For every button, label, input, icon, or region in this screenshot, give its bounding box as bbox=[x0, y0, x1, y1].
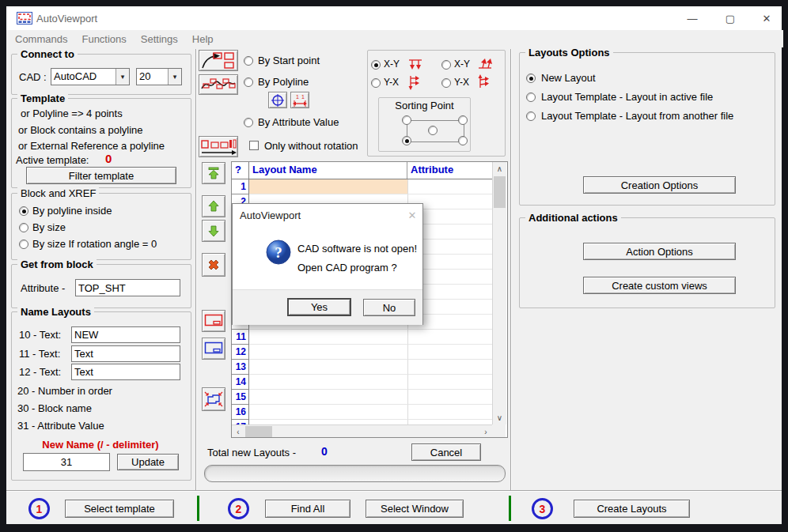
sort-xy-down-icon bbox=[407, 57, 424, 74]
radio-sorting-point-top-left[interactable] bbox=[402, 115, 411, 125]
cad-select[interactable]: AutoCAD ▾ bbox=[51, 68, 130, 85]
table-row[interactable]: 13 bbox=[232, 360, 492, 375]
table-row[interactable]: 11 bbox=[232, 330, 492, 345]
vertical-scroll-thumb[interactable] bbox=[494, 176, 506, 208]
attribute-label: Attribute - bbox=[21, 282, 65, 294]
radio-layout-template-active[interactable] bbox=[526, 92, 536, 102]
center-point-icon[interactable] bbox=[268, 92, 287, 108]
move-down-icon[interactable] bbox=[202, 220, 225, 242]
no-button[interactable]: No bbox=[363, 299, 415, 316]
only-without-rotation-checkbox[interactable] bbox=[249, 141, 259, 150]
red-viewport-icon[interactable] bbox=[202, 310, 225, 332]
text10-label: 10 - Text: bbox=[19, 329, 61, 341]
zoom-fit-icon[interactable] bbox=[202, 387, 225, 411]
layout-name-cell[interactable] bbox=[249, 179, 407, 194]
yes-button[interactable]: Yes bbox=[287, 298, 351, 316]
find-all-button[interactable]: Find All bbox=[265, 500, 350, 518]
table-row[interactable]: 12 bbox=[232, 345, 492, 360]
radio-sort-yx-down[interactable] bbox=[371, 78, 381, 88]
action-options-button[interactable]: Action Options bbox=[583, 243, 736, 260]
scroll-down-icon[interactable]: ∨ bbox=[493, 411, 506, 424]
row-number: 15 bbox=[232, 390, 249, 405]
layout-name-cell[interactable] bbox=[249, 360, 407, 375]
attribute-cell[interactable] bbox=[407, 405, 492, 420]
blue-viewport-icon[interactable] bbox=[202, 338, 225, 360]
cancel-button[interactable]: Cancel bbox=[411, 443, 481, 461]
measure-icon[interactable]: 11 bbox=[290, 92, 309, 108]
horizontal-scroll-thumb[interactable] bbox=[245, 426, 272, 437]
table-row[interactable]: 1 bbox=[232, 179, 492, 194]
radio-sort-xy-up[interactable] bbox=[441, 60, 451, 70]
radio-by-attribute-value[interactable] bbox=[244, 118, 253, 127]
radio-sorting-point-bottom-right[interactable] bbox=[458, 136, 468, 145]
step-3-badge: 3 bbox=[532, 498, 553, 519]
layout-name-cell[interactable] bbox=[249, 345, 407, 360]
menu-settings[interactable]: Settings bbox=[134, 33, 185, 45]
header-attribute[interactable]: Attribute bbox=[407, 162, 492, 179]
horizontal-scrollbar[interactable]: ‹ › bbox=[232, 424, 492, 438]
layout-name-cell[interactable] bbox=[249, 405, 407, 420]
attribute-cell[interactable] bbox=[407, 330, 492, 345]
menu-commands[interactable]: Commands bbox=[8, 33, 74, 45]
layouts-row-icon[interactable] bbox=[199, 136, 238, 157]
polyline-icon[interactable] bbox=[199, 74, 238, 95]
minimize-button[interactable]: — bbox=[677, 6, 707, 30]
select-template-button[interactable]: Select template bbox=[65, 500, 174, 518]
attribute-cell[interactable] bbox=[407, 345, 492, 360]
menu-functions[interactable]: Functions bbox=[74, 33, 133, 45]
layout-name-cell[interactable] bbox=[249, 330, 407, 345]
attribute-cell[interactable] bbox=[407, 375, 492, 390]
text12-field[interactable] bbox=[71, 364, 180, 380]
radio-by-polyline-inside[interactable] bbox=[19, 206, 28, 216]
radio-new-layout[interactable] bbox=[526, 74, 536, 83]
attribute-cell[interactable] bbox=[407, 179, 492, 194]
scroll-right-icon[interactable]: › bbox=[479, 425, 492, 438]
radio-by-polyline[interactable] bbox=[244, 77, 253, 87]
creation-options-button[interactable]: Creation Options bbox=[583, 176, 736, 194]
new-name-field[interactable] bbox=[23, 453, 110, 471]
menu-help[interactable]: Help bbox=[185, 33, 221, 45]
scroll-left-icon[interactable]: ‹ bbox=[232, 425, 244, 438]
radio-sorting-point-center[interactable] bbox=[428, 126, 438, 135]
radio-sorting-point-bottom-left[interactable] bbox=[402, 136, 411, 145]
scroll-up-icon[interactable]: ∧ bbox=[493, 162, 506, 175]
radio-sort-yx-up[interactable] bbox=[441, 78, 451, 88]
header-question[interactable]: ? bbox=[232, 162, 249, 179]
table-row[interactable]: 16 bbox=[232, 405, 492, 420]
table-row[interactable]: 14 bbox=[232, 375, 492, 390]
attribute-field[interactable] bbox=[75, 279, 180, 296]
chevron-down-icon[interactable]: ▾ bbox=[116, 69, 129, 85]
panel-divider-left bbox=[195, 49, 197, 490]
close-button[interactable]: ✕ bbox=[752, 6, 782, 30]
create-custom-views-button[interactable]: Create custom views bbox=[583, 277, 736, 294]
vertical-scrollbar[interactable]: ∧ ∨ bbox=[492, 162, 506, 424]
chevron-down-icon[interactable]: ▾ bbox=[168, 69, 181, 85]
text10-field[interactable] bbox=[71, 326, 180, 343]
update-button[interactable]: Update bbox=[117, 454, 179, 470]
text11-field[interactable] bbox=[71, 345, 180, 362]
dialog-close-icon[interactable]: ✕ bbox=[405, 208, 419, 222]
move-up-icon[interactable] bbox=[202, 195, 225, 217]
filter-template-button[interactable]: Filter template bbox=[26, 167, 176, 184]
attribute-cell[interactable] bbox=[407, 360, 492, 375]
select-window-button[interactable]: Select Window bbox=[366, 500, 464, 518]
maximize-button[interactable]: ▢ bbox=[715, 6, 745, 30]
radio-sort-xy-down[interactable] bbox=[371, 60, 381, 70]
layout-name-cell[interactable] bbox=[249, 390, 407, 405]
svg-text:1: 1 bbox=[296, 94, 299, 100]
table-row[interactable]: 15 bbox=[232, 390, 492, 405]
radio-by-start-point[interactable] bbox=[244, 56, 253, 66]
radio-sorting-point-top-right[interactable] bbox=[458, 115, 468, 125]
layout-name-cell[interactable] bbox=[249, 375, 407, 390]
move-top-icon[interactable] bbox=[202, 162, 225, 184]
start-point-icon[interactable] bbox=[199, 50, 238, 71]
radio-by-size-if-rotation[interactable] bbox=[19, 240, 28, 249]
header-layout-name[interactable]: Layout Name bbox=[249, 162, 407, 179]
delete-row-icon[interactable] bbox=[202, 253, 225, 277]
radio-by-size[interactable] bbox=[19, 223, 28, 232]
create-layouts-button[interactable]: Create Layouts bbox=[574, 500, 690, 518]
radio-layout-template-another[interactable] bbox=[526, 111, 536, 121]
app-icon[interactable] bbox=[17, 12, 32, 25]
attribute-cell[interactable] bbox=[407, 390, 492, 405]
cad-version-select[interactable]: 20 ▾ bbox=[136, 68, 182, 85]
